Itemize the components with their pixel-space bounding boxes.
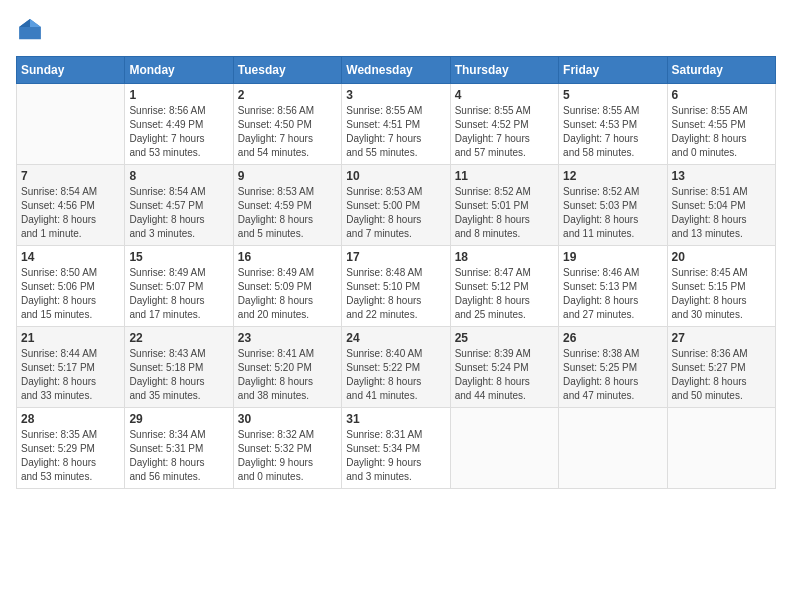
calendar-cell: 16Sunrise: 8:49 AM Sunset: 5:09 PM Dayli… [233, 246, 341, 327]
day-info: Sunrise: 8:50 AM Sunset: 5:06 PM Dayligh… [21, 266, 120, 322]
day-info: Sunrise: 8:47 AM Sunset: 5:12 PM Dayligh… [455, 266, 554, 322]
svg-marker-2 [19, 19, 30, 27]
day-number: 7 [21, 169, 120, 183]
day-info: Sunrise: 8:55 AM Sunset: 4:52 PM Dayligh… [455, 104, 554, 160]
day-number: 31 [346, 412, 445, 426]
day-info: Sunrise: 8:52 AM Sunset: 5:01 PM Dayligh… [455, 185, 554, 241]
calendar-cell: 11Sunrise: 8:52 AM Sunset: 5:01 PM Dayli… [450, 165, 558, 246]
weekday-header: Thursday [450, 57, 558, 84]
weekday-header: Saturday [667, 57, 775, 84]
calendar-cell: 7Sunrise: 8:54 AM Sunset: 4:56 PM Daylig… [17, 165, 125, 246]
day-info: Sunrise: 8:51 AM Sunset: 5:04 PM Dayligh… [672, 185, 771, 241]
day-number: 4 [455, 88, 554, 102]
logo [16, 16, 48, 44]
calendar-header: SundayMondayTuesdayWednesdayThursdayFrid… [17, 57, 776, 84]
calendar-table: SundayMondayTuesdayWednesdayThursdayFrid… [16, 56, 776, 489]
day-number: 24 [346, 331, 445, 345]
calendar-cell: 21Sunrise: 8:44 AM Sunset: 5:17 PM Dayli… [17, 327, 125, 408]
day-info: Sunrise: 8:34 AM Sunset: 5:31 PM Dayligh… [129, 428, 228, 484]
day-number: 2 [238, 88, 337, 102]
calendar-cell: 4Sunrise: 8:55 AM Sunset: 4:52 PM Daylig… [450, 84, 558, 165]
day-number: 18 [455, 250, 554, 264]
day-number: 30 [238, 412, 337, 426]
day-info: Sunrise: 8:39 AM Sunset: 5:24 PM Dayligh… [455, 347, 554, 403]
calendar-cell: 20Sunrise: 8:45 AM Sunset: 5:15 PM Dayli… [667, 246, 775, 327]
day-number: 14 [21, 250, 120, 264]
day-info: Sunrise: 8:35 AM Sunset: 5:29 PM Dayligh… [21, 428, 120, 484]
day-info: Sunrise: 8:52 AM Sunset: 5:03 PM Dayligh… [563, 185, 662, 241]
day-number: 23 [238, 331, 337, 345]
calendar-week-row: 28Sunrise: 8:35 AM Sunset: 5:29 PM Dayli… [17, 408, 776, 489]
day-number: 5 [563, 88, 662, 102]
day-number: 25 [455, 331, 554, 345]
day-number: 6 [672, 88, 771, 102]
day-info: Sunrise: 8:43 AM Sunset: 5:18 PM Dayligh… [129, 347, 228, 403]
day-number: 15 [129, 250, 228, 264]
day-number: 28 [21, 412, 120, 426]
calendar-cell: 27Sunrise: 8:36 AM Sunset: 5:27 PM Dayli… [667, 327, 775, 408]
day-number: 22 [129, 331, 228, 345]
weekday-header: Monday [125, 57, 233, 84]
day-number: 16 [238, 250, 337, 264]
calendar-cell: 23Sunrise: 8:41 AM Sunset: 5:20 PM Dayli… [233, 327, 341, 408]
calendar-week-row: 7Sunrise: 8:54 AM Sunset: 4:56 PM Daylig… [17, 165, 776, 246]
calendar-week-row: 21Sunrise: 8:44 AM Sunset: 5:17 PM Dayli… [17, 327, 776, 408]
day-info: Sunrise: 8:32 AM Sunset: 5:32 PM Dayligh… [238, 428, 337, 484]
calendar-cell: 22Sunrise: 8:43 AM Sunset: 5:18 PM Dayli… [125, 327, 233, 408]
day-number: 19 [563, 250, 662, 264]
day-number: 27 [672, 331, 771, 345]
day-info: Sunrise: 8:36 AM Sunset: 5:27 PM Dayligh… [672, 347, 771, 403]
calendar-cell [450, 408, 558, 489]
calendar-cell: 30Sunrise: 8:32 AM Sunset: 5:32 PM Dayli… [233, 408, 341, 489]
day-info: Sunrise: 8:55 AM Sunset: 4:55 PM Dayligh… [672, 104, 771, 160]
day-info: Sunrise: 8:45 AM Sunset: 5:15 PM Dayligh… [672, 266, 771, 322]
calendar-cell: 14Sunrise: 8:50 AM Sunset: 5:06 PM Dayli… [17, 246, 125, 327]
day-number: 10 [346, 169, 445, 183]
calendar-cell: 9Sunrise: 8:53 AM Sunset: 4:59 PM Daylig… [233, 165, 341, 246]
calendar-cell: 3Sunrise: 8:55 AM Sunset: 4:51 PM Daylig… [342, 84, 450, 165]
weekday-header: Friday [559, 57, 667, 84]
day-info: Sunrise: 8:49 AM Sunset: 5:09 PM Dayligh… [238, 266, 337, 322]
day-number: 20 [672, 250, 771, 264]
calendar-cell: 1Sunrise: 8:56 AM Sunset: 4:49 PM Daylig… [125, 84, 233, 165]
weekday-header: Sunday [17, 57, 125, 84]
day-info: Sunrise: 8:53 AM Sunset: 5:00 PM Dayligh… [346, 185, 445, 241]
calendar-week-row: 14Sunrise: 8:50 AM Sunset: 5:06 PM Dayli… [17, 246, 776, 327]
day-info: Sunrise: 8:40 AM Sunset: 5:22 PM Dayligh… [346, 347, 445, 403]
calendar-cell: 5Sunrise: 8:55 AM Sunset: 4:53 PM Daylig… [559, 84, 667, 165]
calendar-cell: 25Sunrise: 8:39 AM Sunset: 5:24 PM Dayli… [450, 327, 558, 408]
svg-marker-1 [30, 19, 41, 27]
calendar-cell: 6Sunrise: 8:55 AM Sunset: 4:55 PM Daylig… [667, 84, 775, 165]
day-number: 12 [563, 169, 662, 183]
day-info: Sunrise: 8:41 AM Sunset: 5:20 PM Dayligh… [238, 347, 337, 403]
calendar-cell [667, 408, 775, 489]
calendar-cell: 2Sunrise: 8:56 AM Sunset: 4:50 PM Daylig… [233, 84, 341, 165]
weekday-header: Tuesday [233, 57, 341, 84]
day-info: Sunrise: 8:56 AM Sunset: 4:49 PM Dayligh… [129, 104, 228, 160]
day-info: Sunrise: 8:53 AM Sunset: 4:59 PM Dayligh… [238, 185, 337, 241]
calendar-cell [559, 408, 667, 489]
calendar-cell: 17Sunrise: 8:48 AM Sunset: 5:10 PM Dayli… [342, 246, 450, 327]
day-info: Sunrise: 8:49 AM Sunset: 5:07 PM Dayligh… [129, 266, 228, 322]
day-info: Sunrise: 8:54 AM Sunset: 4:56 PM Dayligh… [21, 185, 120, 241]
calendar-cell: 29Sunrise: 8:34 AM Sunset: 5:31 PM Dayli… [125, 408, 233, 489]
weekday-header: Wednesday [342, 57, 450, 84]
calendar-week-row: 1Sunrise: 8:56 AM Sunset: 4:49 PM Daylig… [17, 84, 776, 165]
calendar-cell [17, 84, 125, 165]
day-info: Sunrise: 8:38 AM Sunset: 5:25 PM Dayligh… [563, 347, 662, 403]
logo-icon [16, 16, 44, 44]
calendar-cell: 10Sunrise: 8:53 AM Sunset: 5:00 PM Dayli… [342, 165, 450, 246]
day-number: 11 [455, 169, 554, 183]
day-number: 21 [21, 331, 120, 345]
calendar-cell: 18Sunrise: 8:47 AM Sunset: 5:12 PM Dayli… [450, 246, 558, 327]
calendar-cell: 26Sunrise: 8:38 AM Sunset: 5:25 PM Dayli… [559, 327, 667, 408]
day-info: Sunrise: 8:55 AM Sunset: 4:51 PM Dayligh… [346, 104, 445, 160]
calendar-cell: 13Sunrise: 8:51 AM Sunset: 5:04 PM Dayli… [667, 165, 775, 246]
day-number: 9 [238, 169, 337, 183]
day-info: Sunrise: 8:44 AM Sunset: 5:17 PM Dayligh… [21, 347, 120, 403]
day-info: Sunrise: 8:54 AM Sunset: 4:57 PM Dayligh… [129, 185, 228, 241]
day-info: Sunrise: 8:48 AM Sunset: 5:10 PM Dayligh… [346, 266, 445, 322]
calendar-cell: 15Sunrise: 8:49 AM Sunset: 5:07 PM Dayli… [125, 246, 233, 327]
calendar-cell: 8Sunrise: 8:54 AM Sunset: 4:57 PM Daylig… [125, 165, 233, 246]
calendar-cell: 31Sunrise: 8:31 AM Sunset: 5:34 PM Dayli… [342, 408, 450, 489]
